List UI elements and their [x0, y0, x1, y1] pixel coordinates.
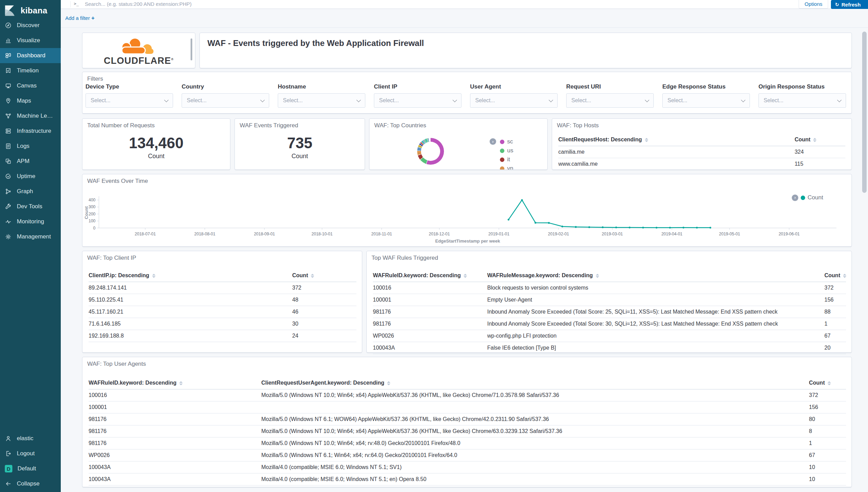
sidebar-item-timelion[interactable]: Timelion	[0, 63, 61, 78]
filter-select-device-type[interactable]: Select...	[85, 93, 173, 108]
column-header[interactable]: ClientIP.ip: Descending	[89, 270, 292, 282]
panel-scrollbar[interactable]	[191, 38, 192, 60]
filter-select-request-uri[interactable]: Select...	[566, 93, 654, 108]
sidebar-item-elastic[interactable]: elastic	[0, 431, 61, 446]
column-header[interactable]: WAFRuleMessage.keyword: Descending	[487, 270, 824, 282]
sidebar-item-uptime[interactable]: Uptime	[0, 169, 61, 184]
add-filter-label: Add a filter	[65, 15, 90, 21]
table-row[interactable]: 192.169.188.824	[89, 330, 356, 342]
svg-text:2018-10-01: 2018-10-01	[311, 232, 333, 236]
filter-select-origin-response-status[interactable]: Select...	[758, 93, 846, 108]
filter-select-country[interactable]: Select...	[182, 93, 269, 108]
sidebar-item-visualize[interactable]: Visualize	[0, 33, 61, 48]
column-header[interactable]: Count	[795, 134, 845, 146]
table-row[interactable]: 981176Mozilla/5.0 (Windows NT 6.1; WOW64…	[89, 413, 846, 425]
table-cell: 95.110.225.41	[89, 294, 292, 306]
countries-donut-chart[interactable]	[417, 138, 444, 165]
apm-icon	[5, 158, 12, 165]
sidebar-item-dev-tools[interactable]: Dev Tools	[0, 199, 61, 214]
column-header[interactable]: WAFRuleID.keyword: Descending	[373, 270, 487, 282]
table-row[interactable]: 89.248.174.141372	[89, 282, 356, 294]
select-placeholder: Select...	[764, 97, 784, 104]
sidebar-item-default[interactable]: DDefault	[0, 461, 61, 476]
sidebar-item-monitoring[interactable]: Monitoring	[0, 214, 61, 229]
legend-label[interactable]: Count	[808, 194, 823, 201]
sidebar-item-infrastructure[interactable]: Infrastructure	[0, 124, 61, 139]
sidebar-item-logout[interactable]: Logout	[0, 446, 61, 461]
add-filter-link[interactable]: Add a filter +	[65, 15, 94, 21]
table-row[interactable]: 981176Inbound Anomaly Score Exceeded (To…	[373, 306, 846, 318]
options-button[interactable]: Options	[799, 0, 828, 9]
table-row[interactable]: www.camilia.me115	[558, 158, 845, 170]
filter-select-client-ip[interactable]: Select...	[374, 93, 461, 108]
table-row[interactable]: 100016Mozilla/5.0 (Windows NT 10.0; Win6…	[89, 389, 846, 401]
legend-item-us[interactable]: us	[500, 146, 513, 155]
sidebar-item-machine-le[interactable]: Machine Le…	[0, 108, 61, 124]
table-cell: 981176	[373, 318, 487, 330]
kibana-brand[interactable]: kibana	[0, 0, 61, 18]
table-row[interactable]: 100043AMozilla/4.0 (compatible; MSIE 6.0…	[89, 461, 846, 473]
legend-expand-icon[interactable]: ›	[490, 138, 496, 145]
table-cell: 30	[292, 318, 356, 330]
svg-text:400: 400	[89, 198, 95, 202]
table-row[interactable]: 95.110.225.4148	[89, 294, 356, 306]
table-row[interactable]: 71.6.146.18530	[89, 318, 356, 330]
filter-select-edge-response-status[interactable]: Select...	[662, 93, 750, 108]
page-title: WAF - Events triggered by the Web Applic…	[207, 38, 424, 48]
sidebar-item-graph[interactable]: Graph	[0, 184, 61, 199]
legend-item-it[interactable]: it	[500, 155, 513, 164]
column-header[interactable]: Count	[292, 270, 356, 282]
table-row[interactable]: 981176Mozilla/5.0 (Windows NT 10.0; Win6…	[89, 437, 846, 449]
sidebar-item-label: Logs	[17, 143, 30, 150]
legend-item-vn[interactable]: vn	[500, 164, 513, 170]
collapse-icon	[5, 480, 12, 487]
table-row[interactable]: 100043AMozilla/4.0 (compatible; MSIE 6.0…	[89, 473, 846, 485]
table-cell: 10	[809, 461, 846, 473]
table-row[interactable]: 981176Inbound Anomaly Score Exceeded (To…	[373, 318, 846, 330]
refresh-button[interactable]: ↻ Refresh	[831, 0, 868, 9]
sidebar-item-apm[interactable]: APM	[0, 154, 61, 169]
table-row[interactable]: 100043AFalse IE6 detection [Type B]20	[373, 342, 846, 354]
filter-label: Hostname	[278, 83, 365, 90]
legend-item-sc[interactable]: sc	[500, 137, 513, 146]
table-row[interactable]: 100001Empty User-Agent156	[373, 294, 846, 306]
search-input[interactable]: Search... (e.g. status:200 AND extension…	[85, 1, 192, 7]
sidebar-item-logs[interactable]: Logs	[0, 139, 61, 154]
total-requests-panel: Total Number of Requests 134,460 Count	[82, 118, 230, 170]
filter-select-user-agent[interactable]: Select...	[470, 93, 558, 108]
column-header[interactable]: WAFRuleID.keyword: Descending	[89, 378, 261, 389]
metric-value: 134,460	[129, 136, 183, 151]
page-scrollbar[interactable]	[862, 32, 867, 193]
table-row[interactable]: 100001156	[89, 401, 846, 413]
sidebar-item-discover[interactable]: Discover	[0, 18, 61, 33]
column-header[interactable]: Count	[824, 270, 846, 282]
sidebar-item-dashboard[interactable]: Dashboard	[0, 48, 61, 63]
table-row[interactable]: camilia.me324	[558, 146, 845, 158]
column-header[interactable]: Count	[809, 378, 846, 389]
table-cell: Inbound Anomaly Score Exceeded (Total Sc…	[487, 306, 824, 318]
column-header[interactable]: ClientRequestUserAgent.keyword: Descendi…	[261, 378, 809, 389]
sort-up-arrow	[311, 274, 314, 276]
table-row[interactable]: 100016Block requests to version control …	[373, 282, 846, 294]
column-header-label: ClientRequestHost: Descending	[558, 137, 642, 142]
sidebar-item-collapse[interactable]: Collapse	[0, 476, 61, 491]
metric-value: 735	[287, 136, 312, 151]
table-row[interactable]: 45.117.160.2146	[89, 306, 356, 318]
column-header-label: WAFRuleID.keyword: Descending	[373, 272, 461, 278]
table-row[interactable]: WP0026wp-config.php LFI protection67	[373, 330, 846, 342]
sidebar-item-canvas[interactable]: Canvas	[0, 78, 61, 93]
filter-label: Edge Response Status	[662, 83, 750, 90]
waf-events-panel: WAF Events Triggered 735 Count	[235, 118, 365, 170]
column-header[interactable]: ClientRequestHost: Descending	[558, 134, 795, 146]
table-row[interactable]: 981176Mozilla/5.0 (Windows NT 10.0; Win6…	[89, 425, 846, 437]
filter-select-hostname[interactable]: Select...	[278, 93, 365, 108]
canvas-icon	[5, 82, 12, 89]
top-client-ip-panel: WAF: Top Client IP ClientIP.ip: Descendi…	[82, 251, 362, 353]
legend-expand-icon[interactable]: ›	[792, 195, 798, 201]
legend-swatch	[500, 140, 504, 144]
events-over-time-chart[interactable]: 01002003004002018-07-012018-08-012018-09…	[82, 174, 852, 246]
table-row[interactable]: WP0026Mozilla/5.0 (Windows NT 6.1; Win64…	[89, 449, 846, 461]
svg-text:2019-02-01: 2019-02-01	[548, 232, 569, 236]
sidebar-item-management[interactable]: Management	[0, 229, 61, 244]
sidebar-item-maps[interactable]: Maps	[0, 93, 61, 108]
